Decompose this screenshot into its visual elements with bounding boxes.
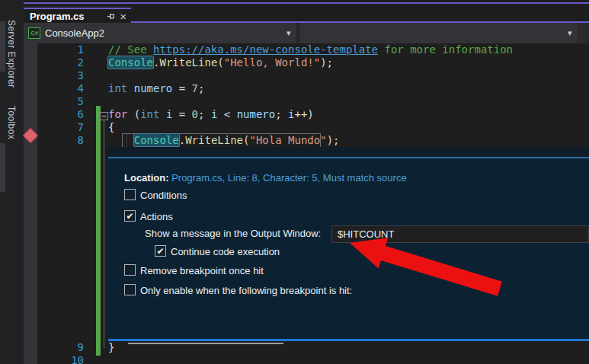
line-number: 7 — [46, 121, 84, 134]
code-line[interactable]: int numero = 7; — [108, 82, 204, 95]
collapse-region-icon[interactable] — [100, 112, 108, 120]
sidebar-strip — [0, 21, 5, 72]
line-number: 8 — [46, 134, 84, 147]
code-line[interactable]: Console.WriteLine("Hello, World!"); — [108, 56, 333, 69]
line-number: 3 — [46, 69, 84, 82]
remove-breakpoint-checkbox[interactable] — [124, 264, 136, 276]
pin-icon[interactable] — [107, 11, 115, 22]
sidebar-item-server-explorer[interactable]: Server Explorer — [6, 20, 17, 88]
code-line[interactable]: Console.WriteLine("Hola Mundo"); — [108, 134, 339, 147]
change-tracking-bar — [96, 106, 101, 356]
actions-label: Actions — [140, 211, 173, 222]
continue-checkbox[interactable]: ✔ — [155, 245, 166, 257]
conditions-checkbox[interactable] — [124, 189, 136, 200]
output-message-input[interactable] — [331, 225, 589, 243]
show-message-label: Show a message in the Output Window: — [145, 228, 321, 239]
line-number: 4 — [46, 82, 84, 95]
close-icon[interactable]: × — [120, 11, 126, 22]
code-line[interactable]: for (int i = 0; i < numero; i++) — [108, 108, 314, 121]
tab-title: Program.cs — [30, 11, 102, 22]
nav-divider — [296, 23, 299, 43]
code-line[interactable]: } — [108, 341, 114, 354]
project-name: ConsoleApp2 — [45, 27, 104, 39]
vs-editor-window: Server Explorer Toolbox Program.cs × C# … — [0, 0, 589, 364]
line-number: 9 — [46, 341, 84, 354]
csharp-icon: C# — [28, 27, 40, 39]
tab-program-cs[interactable]: Program.cs × — [24, 8, 131, 24]
code-line[interactable]: { — [108, 121, 114, 134]
only-enable-checkbox[interactable] — [124, 284, 136, 295]
remove-breakpoint-label: Remove breakpoint once hit — [140, 265, 264, 276]
dropdown-arrow-icon[interactable]: ▾ — [568, 28, 572, 38]
sidebar-item-toolbox[interactable]: Toolbox — [6, 106, 17, 139]
only-enable-label: Only enable when the following breakpoin… — [140, 285, 352, 296]
actions-checkbox[interactable]: ✔ — [124, 210, 136, 222]
conditions-label: Conditions — [140, 190, 187, 201]
continue-label: Continue code execution — [171, 246, 280, 257]
breakpoint-settings-popup: Location: Program.cs, Line: 8, Character… — [108, 158, 589, 339]
line-number: 5 — [46, 95, 84, 108]
block-structure-guide — [104, 120, 104, 348]
nav-stub — [577, 23, 589, 43]
dropdown-arrow-icon[interactable]: ▾ — [286, 28, 291, 38]
location-row: Location: Program.cs, Line: 8, Character… — [124, 172, 407, 184]
tool-window-sidebar: Server Explorer Toolbox — [0, 0, 24, 364]
line-number: 2 — [46, 56, 84, 69]
popup-bottom-border — [108, 339, 589, 341]
breakpoint-margin[interactable] — [24, 43, 37, 364]
location-label: Location: — [124, 172, 169, 184]
navigation-bar: C# ConsoleApp2 ▾ ▾ — [24, 23, 589, 43]
tab-well-top-accent — [24, 2, 589, 4]
line-number: 6 — [46, 108, 84, 121]
line-number: 10 — [46, 354, 84, 364]
popup-underline — [128, 343, 283, 344]
sidebar-strip — [0, 143, 5, 192]
code-line[interactable]: // See https://aka.ms/new-console-templa… — [108, 43, 513, 56]
location-value: Program.cs, Line: 8, Character: 5, Must … — [171, 172, 407, 184]
line-number: 1 — [46, 43, 84, 56]
